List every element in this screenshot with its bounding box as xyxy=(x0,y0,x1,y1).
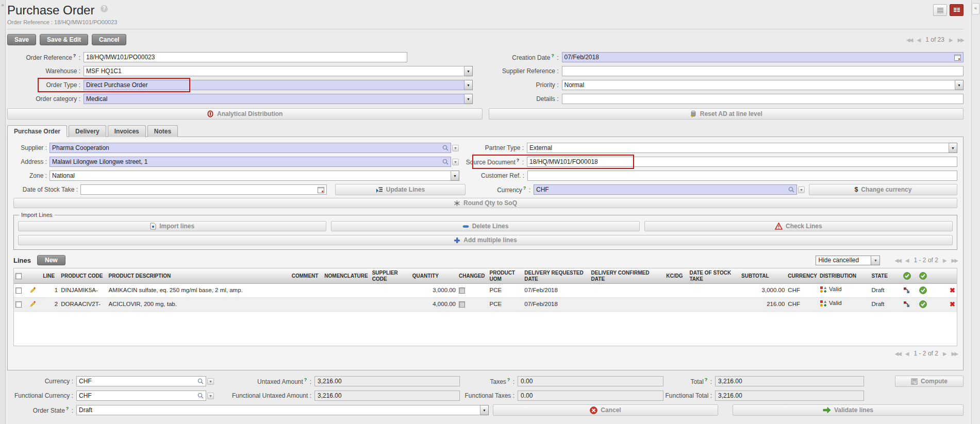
line-row-2[interactable]: 2 DORAACIV2T- ACICLOVIR, 200 mg, tab. 4,… xyxy=(14,297,957,311)
lines-next-icon[interactable]: ▶ xyxy=(943,258,947,263)
address-input[interactable]: Malawi Lilongwe Lilongwe street, 1 xyxy=(49,157,451,167)
partner-type-dropdown-icon[interactable]: ▼ xyxy=(949,143,957,153)
order-state-select[interactable]: Draft xyxy=(76,405,480,415)
line-row-1[interactable]: 1 DINJAMIK5A- AMIKACIN sulfate, eq. 250 … xyxy=(14,284,957,298)
cancel-order-button[interactable]: Cancel xyxy=(493,404,718,416)
validate-lines-button[interactable]: Validate lines xyxy=(733,404,964,416)
supplier-open-icon[interactable]: ▼ xyxy=(452,145,459,151)
form-view-button[interactable] xyxy=(950,4,964,16)
next-record-icon[interactable]: ▶ xyxy=(949,37,953,43)
expand-left-panel-icon[interactable]: » xyxy=(0,0,5,8)
cell-nomenclature xyxy=(323,284,370,298)
details-input[interactable] xyxy=(562,94,964,104)
source-document-input[interactable]: 18/HQ/MW101/FO00018 xyxy=(527,157,957,167)
priority-dropdown-icon[interactable]: ▼ xyxy=(955,80,964,90)
functional-total-field: 3,216.00 xyxy=(715,391,864,401)
line-pane-icon[interactable] xyxy=(903,301,916,308)
edit-pencil-icon[interactable] xyxy=(29,301,40,308)
order-reference-input[interactable]: 18/HQ/MW101/PO00023 xyxy=(84,52,407,62)
reset-ad-button[interactable]: Reset AD at line level xyxy=(489,108,964,120)
lines-next-icon[interactable]: ▶ xyxy=(943,351,947,357)
import-lines-button[interactable]: Import lines xyxy=(18,221,326,231)
order-category-select[interactable]: Medical xyxy=(84,94,464,104)
delete-line-icon[interactable]: ✖ xyxy=(950,286,955,294)
tab-invoices[interactable]: Invoices xyxy=(108,125,146,137)
lines-first-icon[interactable]: ◀◀ xyxy=(894,258,900,263)
cell-comment xyxy=(290,297,323,311)
functional-currency-open-icon[interactable]: ▼ xyxy=(207,393,214,399)
line-pane-icon[interactable] xyxy=(903,287,916,294)
currency-open-icon[interactable]: ▼ xyxy=(798,186,805,193)
collapse-right-panel-icon[interactable]: « xyxy=(972,3,979,14)
stock-take-input[interactable] xyxy=(80,184,327,195)
totals-currency-input[interactable]: CHF xyxy=(76,376,206,386)
totals-currency-open-icon[interactable]: ▼ xyxy=(207,378,214,385)
lines-table: LINE PRODUCT CODE PRODUCT DESCRIPTION CO… xyxy=(14,268,957,312)
round-qty-button[interactable]: Round Qty to SoQ xyxy=(13,198,957,208)
last-record-icon[interactable]: ▶▶ xyxy=(958,37,964,43)
creation-date-input[interactable]: 07/Feb/2018 xyxy=(562,52,964,62)
taxes-label: Taxes? : xyxy=(460,377,518,385)
supplier-input[interactable]: Pharma Cooperation xyxy=(49,143,451,153)
cancel-button[interactable]: Cancel xyxy=(92,34,126,45)
delete-lines-button[interactable]: Delete Lines xyxy=(331,221,639,231)
warehouse-select[interactable]: MSF HQ1C1 xyxy=(84,66,464,76)
change-currency-button[interactable]: $ Change currency xyxy=(809,184,957,195)
analytical-distribution-button[interactable]: Analytical Distribution xyxy=(7,108,483,120)
lines-last-icon[interactable]: ▶▶ xyxy=(952,258,957,263)
order-type-select[interactable]: Direct Purchase Order xyxy=(84,80,464,90)
delete-line-icon[interactable]: ✖ xyxy=(950,300,955,308)
save-and-edit-button[interactable]: Save & Edit xyxy=(40,34,88,45)
warehouse-dropdown-icon[interactable]: ▼ xyxy=(464,66,473,76)
update-lines-button[interactable]: Update Lines xyxy=(335,184,466,195)
search-icon[interactable] xyxy=(442,159,449,165)
functional-currency-input[interactable]: CHF xyxy=(76,391,206,401)
partner-type-select[interactable]: External xyxy=(527,143,949,153)
select-all-checkbox[interactable] xyxy=(15,273,22,279)
search-icon[interactable] xyxy=(197,393,204,399)
distribution-icon[interactable] xyxy=(820,300,827,307)
lines-first-icon[interactable]: ◀◀ xyxy=(894,351,900,357)
col-valid-icon xyxy=(902,268,918,284)
previous-record-icon[interactable]: ◀ xyxy=(917,37,921,43)
compute-button[interactable]: Compute xyxy=(895,376,964,387)
order-state-dropdown-icon[interactable]: ▼ xyxy=(480,405,489,415)
new-line-button[interactable]: New xyxy=(37,255,65,265)
currency-input[interactable]: CHF xyxy=(534,184,797,195)
save-button[interactable]: Save xyxy=(7,34,36,45)
calendar-icon[interactable] xyxy=(954,54,961,61)
cell-line: 2 xyxy=(41,297,59,311)
cancelled-filter-select[interactable]: Hide cancelled xyxy=(816,256,871,265)
zone-select[interactable]: National xyxy=(49,171,451,181)
address-open-icon[interactable]: ▼ xyxy=(452,159,459,165)
list-view-button[interactable] xyxy=(933,4,947,16)
tab-purchase-order[interactable]: Purchase Order xyxy=(7,125,67,137)
search-icon[interactable] xyxy=(197,378,204,384)
customer-ref-input[interactable] xyxy=(527,171,957,181)
search-icon[interactable] xyxy=(788,186,794,193)
search-icon[interactable] xyxy=(442,145,449,151)
edit-pencil-icon[interactable] xyxy=(29,287,40,294)
order-category-dropdown-icon[interactable]: ▼ xyxy=(464,94,473,104)
add-multiple-lines-button[interactable]: Add multiple lines xyxy=(18,235,953,245)
confirm-line-icon[interactable] xyxy=(919,286,932,294)
calendar-icon[interactable] xyxy=(318,186,324,193)
supplier-reference-input[interactable] xyxy=(562,66,964,76)
order-type-dropdown-icon[interactable]: ▼ xyxy=(464,80,473,90)
tab-delivery[interactable]: Delivery xyxy=(69,125,106,137)
lines-prev-icon[interactable]: ◀ xyxy=(905,351,909,357)
col-date-of-stock-take: DATE OF STOCK TAKE xyxy=(688,268,740,284)
tab-notes[interactable]: Notes xyxy=(147,125,178,137)
zone-dropdown-icon[interactable]: ▼ xyxy=(451,171,459,181)
priority-select[interactable]: Normal xyxy=(562,80,956,90)
row-checkbox[interactable] xyxy=(15,301,22,308)
lines-last-icon[interactable]: ▶▶ xyxy=(952,351,957,357)
lines-prev-icon[interactable]: ◀ xyxy=(905,258,909,263)
row-checkbox[interactable] xyxy=(15,287,22,294)
distribution-icon[interactable] xyxy=(820,286,827,293)
first-record-icon[interactable]: ◀◀ xyxy=(906,37,912,43)
cell-quantity: 3,000.00 xyxy=(411,284,457,298)
confirm-line-icon[interactable] xyxy=(919,300,932,308)
check-lines-button[interactable]: Check Lines xyxy=(644,221,953,231)
cancelled-filter-dropdown-icon[interactable]: ▼ xyxy=(871,256,880,265)
